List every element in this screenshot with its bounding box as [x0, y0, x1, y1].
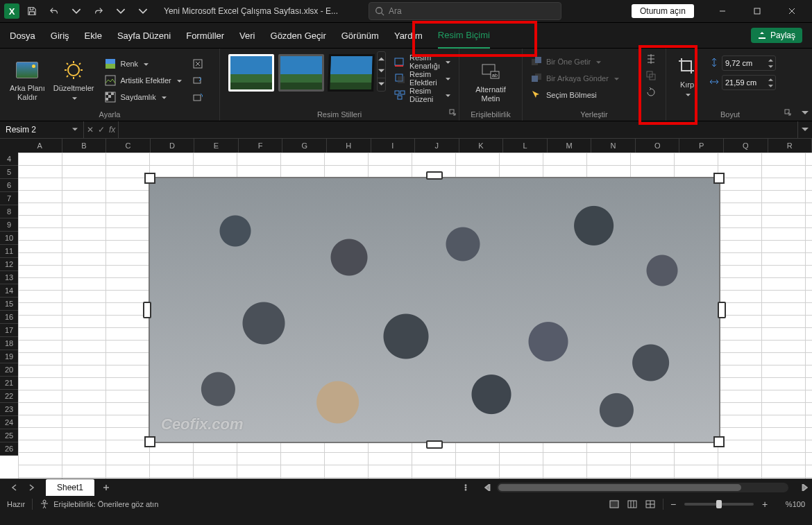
style-preset-3[interactable]: [328, 54, 375, 92]
row-header-18[interactable]: 18: [0, 337, 18, 350]
row-header-5[interactable]: 5: [0, 166, 18, 179]
row-header-25[interactable]: 25: [0, 429, 18, 442]
row-header-13[interactable]: 13: [0, 271, 18, 284]
row-header-10[interactable]: 10: [0, 232, 18, 245]
artistic-effects-button[interactable]: Artistik Efektler: [102, 73, 184, 88]
enter-formula-button[interactable]: ✓: [98, 125, 105, 135]
sign-in-button[interactable]: Oturum açın: [632, 4, 694, 18]
zoom-percentage[interactable]: %100: [772, 500, 805, 508]
handle-b[interactable]: [426, 440, 443, 449]
col-header-C[interactable]: C: [106, 139, 151, 153]
width-up[interactable]: [766, 76, 775, 83]
hscroll-thumb[interactable]: [498, 484, 741, 491]
color-button[interactable]: Renk: [102, 56, 184, 71]
handle-l[interactable]: [143, 302, 151, 318]
handle-bl[interactable]: [144, 436, 155, 447]
tab-formulas[interactable]: Formüller: [186, 23, 224, 48]
alt-text-button[interactable]: ab Alternatif Metin: [465, 51, 516, 112]
insert-function-button[interactable]: fx: [109, 125, 115, 135]
corrections-button[interactable]: Düzeltmeler: [49, 51, 99, 110]
row-header-20[interactable]: 20: [0, 363, 18, 377]
height-input[interactable]: [722, 55, 776, 71]
row-header-17[interactable]: 17: [0, 324, 18, 337]
tab-view[interactable]: Görünüm: [341, 23, 379, 48]
tab-insert[interactable]: Ekle: [85, 23, 102, 48]
size-dialog-launcher[interactable]: [784, 108, 791, 118]
inserted-picture[interactable]: Ceofix.com: [149, 177, 720, 443]
row-header-16[interactable]: 16: [0, 311, 18, 324]
tab-data[interactable]: Veri: [239, 23, 255, 48]
row-header-9[interactable]: 9: [0, 218, 18, 232]
next-sheet-button[interactable]: [24, 480, 39, 495]
handle-tl[interactable]: [144, 173, 155, 184]
minimize-button[interactable]: [707, 0, 738, 22]
scroll-sep[interactable]: [458, 480, 473, 495]
prev-sheet-button[interactable]: [7, 480, 22, 495]
horizontal-scrollbar[interactable]: [497, 483, 788, 492]
compress-picture-button[interactable]: [187, 56, 208, 71]
row-header-26[interactable]: 26: [0, 442, 18, 456]
col-header-L[interactable]: L: [503, 139, 548, 153]
height-value[interactable]: [722, 59, 766, 67]
formula-input[interactable]: [119, 121, 797, 138]
width-down[interactable]: [766, 83, 775, 89]
height-up[interactable]: [766, 56, 775, 63]
row-header-11[interactable]: 11: [0, 245, 18, 258]
row-header-24[interactable]: 24: [0, 416, 18, 429]
row-header-4[interactable]: 4: [0, 153, 18, 166]
status-accessibility[interactable]: Erişilebilirlik: Önerilere göz atın: [53, 500, 158, 508]
row-header-14[interactable]: 14: [0, 284, 18, 298]
col-header-O[interactable]: O: [636, 139, 680, 153]
name-box[interactable]: Resim 2: [0, 121, 84, 138]
change-picture-button[interactable]: [187, 73, 208, 88]
tab-review[interactable]: Gözden Geçir: [271, 23, 326, 48]
hscroll-right[interactable]: [797, 480, 812, 495]
zoom-in-button[interactable]: +: [759, 499, 770, 510]
align-button[interactable]: [641, 51, 661, 67]
maximize-button[interactable]: [741, 0, 773, 22]
rotate-button[interactable]: [641, 85, 661, 100]
collapse-ribbon-button[interactable]: [798, 105, 812, 121]
remove-background-button[interactable]: Arka Planı Kaldır: [6, 51, 49, 110]
row-header-23[interactable]: 23: [0, 403, 18, 416]
zoom-knob[interactable]: [716, 500, 722, 508]
sheet-tab-1[interactable]: Sheet1: [46, 479, 94, 496]
col-header-A[interactable]: A: [18, 139, 62, 153]
cancel-formula-button[interactable]: ✕: [87, 125, 94, 135]
page-layout-view-button[interactable]: [624, 497, 641, 511]
row-header-22[interactable]: 22: [0, 390, 18, 403]
col-header-J[interactable]: J: [415, 139, 459, 153]
width-value[interactable]: [722, 78, 766, 87]
picture-effects-button[interactable]: Resim Efektleri: [391, 71, 453, 86]
col-header-G[interactable]: G: [282, 139, 327, 153]
tab-help[interactable]: Yardım: [394, 23, 423, 48]
gallery-more-button[interactable]: [377, 51, 386, 92]
reset-picture-button[interactable]: [187, 89, 208, 105]
handle-r[interactable]: [718, 302, 726, 318]
normal-view-button[interactable]: [606, 497, 623, 511]
col-header-K[interactable]: K: [459, 139, 504, 153]
picture-border-button[interactable]: Resim Kenarlığı: [391, 54, 453, 69]
add-sheet-button[interactable]: [99, 480, 114, 495]
col-header-F[interactable]: F: [239, 139, 283, 153]
tab-layout[interactable]: Sayfa Düzeni: [117, 23, 171, 48]
redo-dropdown[interactable]: [111, 3, 130, 19]
hscroll-left[interactable]: [480, 480, 496, 495]
height-down[interactable]: [766, 63, 775, 70]
crop-button[interactable]: Kırp: [672, 51, 702, 101]
styles-gallery[interactable]: [226, 51, 377, 94]
tab-home[interactable]: Giriş: [51, 23, 69, 48]
col-header-R[interactable]: R: [768, 139, 812, 153]
row-header-19[interactable]: 19: [0, 350, 18, 363]
close-button[interactable]: [776, 0, 808, 22]
handle-br[interactable]: [713, 436, 725, 447]
search-box[interactable]: Ara: [369, 2, 561, 20]
undo-dropdown[interactable]: [67, 3, 86, 19]
col-header-N[interactable]: N: [591, 139, 636, 153]
col-header-E[interactable]: E: [194, 139, 239, 153]
style-preset-2[interactable]: [278, 54, 324, 92]
group-button[interactable]: [641, 68, 661, 83]
row-header-8[interactable]: 8: [0, 205, 18, 218]
row-header-12[interactable]: 12: [0, 258, 18, 271]
qat-customize[interactable]: [133, 3, 153, 19]
